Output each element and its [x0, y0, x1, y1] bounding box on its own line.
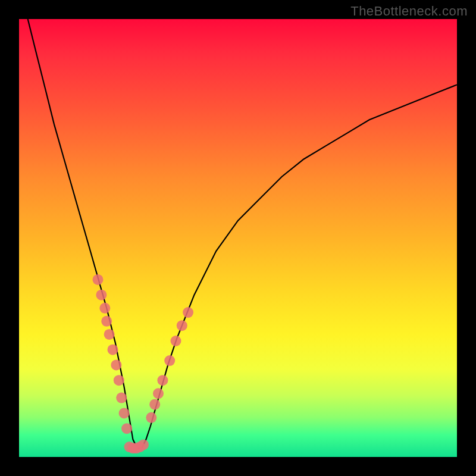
data-point — [96, 290, 107, 300]
data-point — [108, 345, 118, 355]
data-point — [121, 423, 132, 434]
data-point — [114, 375, 124, 386]
data-point — [111, 359, 121, 370]
data-point — [153, 388, 164, 399]
data-point — [171, 336, 181, 346]
data-point — [93, 274, 104, 285]
data-point — [116, 393, 127, 403]
data-point — [149, 399, 160, 410]
scatter-right — [146, 307, 193, 423]
data-point — [101, 316, 112, 327]
data-point — [157, 375, 168, 386]
data-point — [177, 320, 187, 331]
chart-frame: TheBottleneck.com — [0, 0, 476, 476]
data-point — [164, 355, 175, 366]
watermark-text: TheBottleneck.com — [350, 4, 468, 19]
data-point — [146, 412, 156, 423]
scatter-bottom — [124, 439, 149, 453]
data-point — [138, 439, 149, 450]
bottleneck-curve — [28, 19, 457, 448]
scatter-left — [93, 274, 133, 434]
data-point — [104, 329, 115, 340]
chart-svg — [19, 19, 457, 457]
data-point — [99, 303, 110, 314]
data-point — [119, 408, 130, 418]
data-point — [183, 307, 193, 318]
plot-area — [19, 19, 457, 457]
